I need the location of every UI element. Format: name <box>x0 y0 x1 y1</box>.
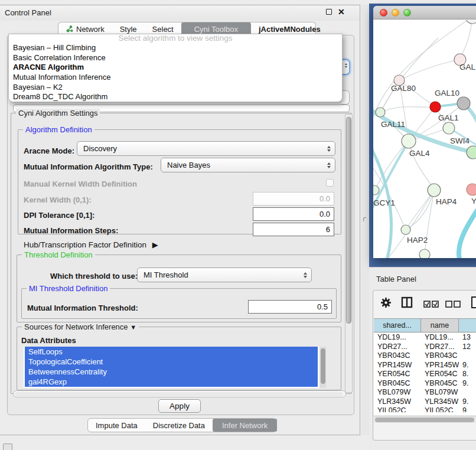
table-body[interactable]: YDL19... YDL19... 13 YDR27... YDR27... 1… <box>374 333 476 415</box>
dropdown-item[interactable]: Dream8 DC_TDC Algorithm <box>9 92 342 102</box>
column-header-partial[interactable] <box>459 319 476 332</box>
table-row[interactable]: YBR045C YBR045C 9. <box>374 379 476 389</box>
data-attributes-list[interactable]: SelfLoops TopologicalCoefficient Between… <box>24 347 326 388</box>
table-row[interactable]: YDL19... YDL19... 13 <box>374 333 476 343</box>
node-partial-bottom[interactable] <box>419 249 430 258</box>
table-row[interactable]: YPR145W YPR145W 9. <box>374 361 476 370</box>
which-threshold-combo[interactable]: MI Threshold <box>137 268 312 282</box>
column-header-label: shared... <box>383 321 412 330</box>
cell-value: 9. <box>459 397 476 407</box>
table-panel-title: Table Panel <box>376 275 416 283</box>
cell-value: 9. <box>459 379 476 389</box>
tab-discretize-data[interactable]: Discretize Data <box>145 419 213 432</box>
field-value: 6 <box>326 225 330 234</box>
zoom-window-icon[interactable] <box>403 9 411 17</box>
list-item[interactable]: TopologicalCoefficient <box>25 357 318 367</box>
node-label: HAP2 <box>407 236 428 244</box>
deselect-all-checkboxes-icon[interactable] <box>445 299 461 310</box>
node-label: HAP4 <box>436 197 457 206</box>
scrollbar-thumb[interactable] <box>15 392 343 396</box>
scrollbar-thumb[interactable] <box>346 117 351 324</box>
table-header: shared... name <box>374 318 476 332</box>
node-label: SWI4 <box>450 136 470 145</box>
aracne-mode-combo[interactable]: Discovery <box>77 141 335 156</box>
mi-steps-field[interactable]: 6 <box>253 223 334 236</box>
algorithm-combo-fragment[interactable] <box>342 59 350 75</box>
table-row[interactable]: YBL079W YBL079W <box>374 388 476 397</box>
dropdown-item[interactable]: Mutual Information Inference <box>9 73 342 83</box>
tab-impute-data[interactable]: Impute Data <box>88 419 145 432</box>
node-partial-top[interactable] <box>465 20 476 24</box>
kernel-width-field[interactable]: 0.0 <box>253 192 334 206</box>
scrollbar-thumb[interactable] <box>375 418 474 422</box>
node-label: GCY1 <box>373 198 395 207</box>
list-item[interactable]: SelfLoops <box>25 347 318 357</box>
node-gal11[interactable] <box>376 107 385 117</box>
node-gcy1[interactable] <box>373 185 379 195</box>
cell-shared-name: YER054C <box>374 370 421 379</box>
table-row[interactable]: YDR27... YDR27... 12 <box>374 343 476 352</box>
mi-threshold-field[interactable]: 0.5 <box>248 300 332 314</box>
node-gal1[interactable] <box>443 122 455 134</box>
node-swi4[interactable] <box>467 146 476 159</box>
table-row[interactable]: YIL052C YIL052C 9 <box>374 406 476 412</box>
tab-infer-network[interactable]: Infer Network <box>213 419 277 432</box>
select-all-checkboxes-icon[interactable] <box>423 299 439 310</box>
mi-type-combo[interactable]: Naive Bayes <box>161 158 335 172</box>
node-pink-right[interactable] <box>467 184 476 195</box>
hub-definition-toggle[interactable]: Hub/Transcription Factor Definition ▶ <box>24 240 158 249</box>
group-title: Algorithm Definition <box>23 125 94 134</box>
node-label: GAL4 <box>409 149 430 158</box>
column-header-shared-name[interactable]: shared... <box>374 319 421 332</box>
list-vertical-scrollbar[interactable] <box>319 347 326 388</box>
dpi-tolerance-field[interactable]: 0.0 <box>253 207 334 221</box>
gear-icon[interactable] <box>380 297 392 311</box>
table-horizontal-scrollbar[interactable] <box>374 416 476 423</box>
float-icon[interactable] <box>326 9 332 15</box>
close-window-icon[interactable] <box>380 9 387 17</box>
cell-shared-name: YPR145W <box>374 361 421 370</box>
panel-title: Control Panel <box>5 8 51 17</box>
settings-vertical-scrollbar[interactable] <box>345 114 353 393</box>
collapsed-panel-icon[interactable] <box>3 444 12 450</box>
sources-group-title[interactable]: Sources for Network Inference ▼ <box>22 322 139 331</box>
table-inner-panel: shared... name YDL19... YDL19... 13 YDR2… <box>373 290 476 441</box>
cell-name: YBL079W <box>421 388 459 397</box>
chevron-right-icon: ▶ <box>152 240 158 249</box>
cell-value: 9 <box>459 406 476 412</box>
dropdown-item[interactable]: Bayesian – Hill Climbing <box>9 43 342 53</box>
node-hap4[interactable] <box>428 184 441 197</box>
list-item[interactable]: gal4RGexp <box>25 377 318 387</box>
list-item-label: TopologicalCoefficient <box>28 357 103 366</box>
node-gal4[interactable] <box>402 134 416 148</box>
bottom-tabbar: Impute Data Discretize Data Infer Networ… <box>87 418 276 432</box>
group-title: Threshold Definition <box>22 250 95 259</box>
table-row[interactable]: YER054C YER054C 8. <box>374 370 476 379</box>
tab-label: Discretize Data <box>153 421 205 430</box>
cell-name: YLR345W <box>421 397 459 407</box>
dropdown-item[interactable]: Bayesian – K2 <box>9 83 342 93</box>
dropdown-item-selected[interactable]: ARACNE Algorithm <box>9 63 342 73</box>
new-table-icon[interactable] <box>471 296 476 311</box>
dropdown-item[interactable]: Basic Correlation Inference <box>9 53 342 63</box>
settings-horizontal-scrollbar[interactable] <box>13 390 346 397</box>
column-header-name[interactable]: name <box>421 319 459 332</box>
columns-icon[interactable] <box>401 296 413 311</box>
close-icon[interactable]: ✕ <box>338 7 345 17</box>
apply-button[interactable]: Apply <box>158 399 201 413</box>
manual-kernel-checkbox[interactable] <box>326 179 334 187</box>
split-divider[interactable] <box>361 5 369 435</box>
window-titlebar[interactable] <box>373 6 476 19</box>
list-item[interactable]: BetweennessCentrality <box>25 367 318 377</box>
scrollbar-thumb[interactable] <box>321 348 325 384</box>
table-row[interactable]: YLR345W YLR345W 9. <box>374 397 476 407</box>
node-hap2[interactable] <box>401 225 410 234</box>
node-selected-red[interactable] <box>430 102 441 112</box>
minimize-window-icon[interactable] <box>392 9 399 17</box>
network-canvas[interactable]: GAL80 GAL10 GAL1 GAL11 GAL4 SWI4 GAL GCY… <box>373 20 476 258</box>
node-gal10-gray[interactable] <box>457 97 470 110</box>
cell-name: YBR045C <box>421 379 459 389</box>
network-view-window[interactable]: GAL80 GAL10 GAL1 GAL11 GAL4 SWI4 GAL GCY… <box>373 6 476 258</box>
table-row[interactable]: YBR043C YBR043C <box>374 351 476 361</box>
chevron-down-icon: ▼ <box>130 324 136 331</box>
